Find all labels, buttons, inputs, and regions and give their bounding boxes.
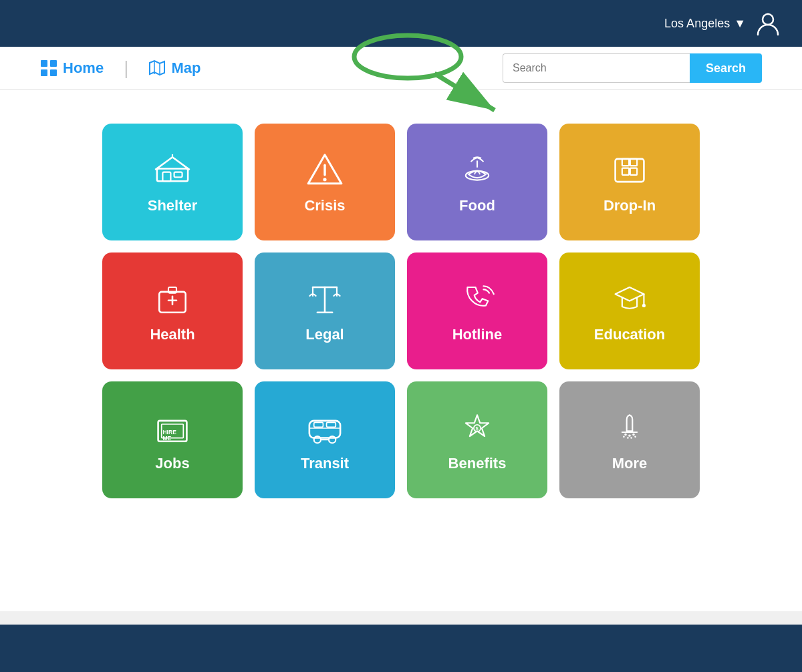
legal-icon	[305, 279, 345, 319]
svg-rect-7	[50, 69, 57, 76]
svg-text:ME: ME	[162, 435, 171, 442]
shelter-label: Shelter	[148, 197, 198, 214]
location-label: Los Angeles	[664, 17, 730, 31]
home-icon	[40, 59, 57, 77]
legal-tile[interactable]: Legal	[255, 253, 395, 369]
education-tile[interactable]: Education	[559, 253, 700, 369]
jobs-icon: HIRE ME	[152, 408, 192, 448]
dropin-icon	[610, 150, 650, 190]
svg-rect-11	[162, 172, 170, 181]
svg-rect-19	[622, 158, 629, 165]
nav-divider: |	[124, 57, 128, 79]
transit-label: Transit	[301, 455, 349, 472]
map-icon	[148, 59, 166, 77]
svg-point-52	[634, 436, 636, 438]
svg-rect-20	[630, 158, 637, 165]
more-icon	[610, 408, 650, 448]
svg-point-48	[624, 433, 626, 435]
svg-rect-43	[314, 422, 323, 427]
svg-point-53	[627, 437, 629, 439]
svg-point-54	[630, 437, 632, 439]
svg-point-3	[763, 14, 773, 25]
search-button[interactable]: Search	[690, 53, 762, 83]
nav-left: Home | Map	[40, 57, 200, 79]
home-nav-item[interactable]: Home	[40, 59, 104, 77]
svg-rect-5	[50, 60, 57, 67]
footer	[0, 625, 802, 672]
location-selector[interactable]: Los Angeles ▼	[664, 17, 746, 31]
more-label: More	[612, 455, 648, 472]
dropin-tile[interactable]: Drop-In	[559, 124, 700, 240]
benefits-icon: $	[457, 408, 497, 448]
shelter-tile[interactable]: Shelter	[102, 124, 243, 240]
svg-rect-6	[41, 69, 47, 76]
food-label: Food	[459, 197, 495, 214]
chevron-down-icon: ▼	[734, 17, 746, 31]
hotline-tile[interactable]: Hotline	[407, 253, 547, 369]
dropin-label: Drop-In	[604, 197, 656, 214]
svg-rect-12	[174, 172, 182, 177]
home-label: Home	[63, 59, 104, 77]
more-tile[interactable]: More	[559, 381, 700, 498]
top-bar-right: Los Angeles ▼	[664, 9, 782, 37]
svg-rect-22	[630, 168, 637, 174]
transit-icon	[305, 408, 345, 448]
svg-rect-4	[41, 60, 47, 67]
svg-point-33	[642, 303, 646, 307]
svg-text:$: $	[475, 426, 479, 432]
map-nav-item[interactable]: Map	[148, 59, 200, 77]
crisis-icon	[305, 150, 345, 190]
health-icon	[152, 279, 192, 319]
jobs-tile[interactable]: HIRE ME Jobs	[102, 381, 243, 498]
search-input[interactable]	[503, 53, 690, 83]
shelter-icon	[152, 150, 192, 190]
svg-point-49	[628, 434, 630, 436]
legal-label: Legal	[305, 326, 344, 343]
svg-rect-10	[157, 168, 188, 181]
crisis-label: Crisis	[304, 197, 345, 214]
svg-rect-44	[327, 422, 336, 427]
top-navigation-bar: Los Angeles ▼	[0, 0, 802, 47]
crisis-tile[interactable]: Crisis	[255, 124, 395, 240]
food-icon	[457, 150, 497, 190]
benefits-tile[interactable]: $ Benefits	[407, 381, 547, 498]
hotline-icon	[457, 279, 497, 319]
secondary-nav-bar: Home | Map Search	[0, 47, 802, 90]
main-content: Shelter Crisis Food	[0, 90, 802, 611]
svg-point-50	[632, 433, 634, 435]
education-icon	[610, 279, 650, 319]
health-tile[interactable]: Health	[102, 253, 243, 369]
benefits-label: Benefits	[448, 455, 507, 472]
jobs-label: Jobs	[155, 455, 189, 472]
education-label: Education	[594, 326, 665, 343]
search-area: Search	[503, 53, 762, 83]
food-tile[interactable]: Food	[407, 124, 547, 240]
svg-point-51	[623, 436, 625, 438]
transit-tile[interactable]: Transit	[255, 381, 395, 498]
hotline-label: Hotline	[452, 326, 503, 343]
map-label: Map	[171, 59, 200, 77]
svg-point-15	[323, 178, 326, 181]
health-label: Health	[150, 326, 194, 343]
profile-icon[interactable]	[754, 9, 782, 37]
category-grid: Shelter Crisis Food	[40, 124, 762, 498]
svg-rect-21	[622, 168, 629, 174]
